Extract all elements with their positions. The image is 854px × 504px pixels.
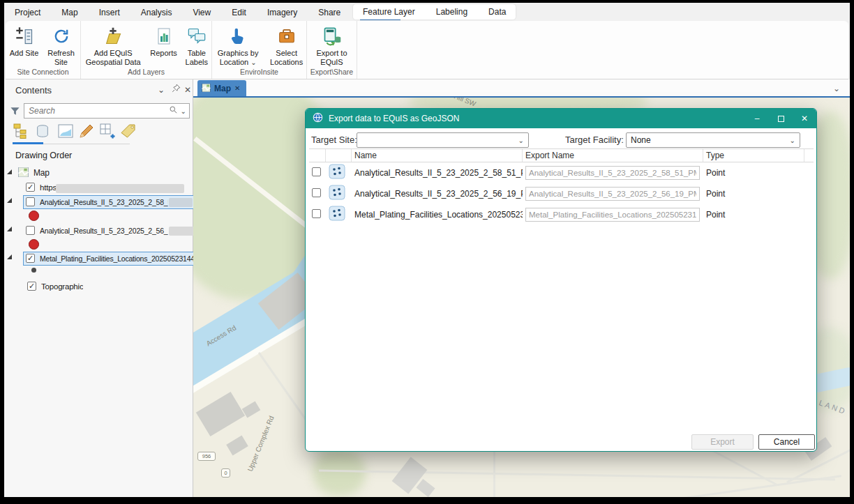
add-site-button[interactable]: Add Site — [8, 24, 41, 58]
close-button[interactable]: ✕ — [793, 109, 816, 128]
refresh-icon — [52, 25, 70, 47]
target-site-combobox[interactable]: ⌄ — [357, 132, 529, 148]
redacted-text-block — [169, 198, 193, 207]
tab-feature-layer[interactable]: Feature Layer — [363, 7, 415, 17]
menu-insert[interactable]: Insert — [98, 4, 121, 20]
ribbon: Add Site Refresh Site Site Connection Ad… — [6, 21, 848, 79]
search-input[interactable] — [24, 106, 169, 116]
menu-analysis[interactable]: Analysis — [140, 4, 174, 20]
active-toolbar-indicator — [13, 142, 43, 144]
list-by-data-source-icon[interactable] — [35, 123, 52, 139]
checkbox-metal-plating[interactable]: ✓ — [26, 254, 35, 263]
target-facility-value: None — [631, 135, 651, 145]
table-header: Name Export Name Type — [309, 148, 814, 162]
header-export-name[interactable]: Export Name — [523, 149, 703, 162]
menu-edit[interactable]: Edit — [230, 4, 248, 20]
tree-item-analytical-results-1[interactable]: Analytical_Results_II_5_23_2025_2_58_51_… — [40, 198, 168, 206]
view-tab-strip: Map ✕ ⌄ — [193, 79, 850, 98]
pin-icon[interactable] — [172, 84, 181, 95]
export-button[interactable]: Export — [691, 434, 754, 450]
search-icon[interactable] — [169, 105, 178, 117]
filter-icon[interactable] — [10, 106, 20, 119]
table-labels-button[interactable]: Table Labels — [182, 24, 211, 67]
checkbox-analytical-2[interactable] — [26, 226, 35, 235]
arcgis-pro-window: Project Map Insert Analysis View Edit Im… — [4, 3, 850, 497]
refresh-site-button[interactable]: Refresh Site — [44, 24, 79, 67]
row-checkbox[interactable] — [312, 167, 321, 176]
table-row[interactable]: Analytical_Results_II_5_23_2025_2_56_19_… — [309, 183, 814, 204]
expander-analytical-2[interactable] — [7, 227, 12, 231]
search-chevron-icon[interactable]: ⌄ — [181, 107, 186, 115]
group-label-enviroinsite: EnviroInsite — [212, 68, 306, 79]
checkbox-analytical-1[interactable] — [26, 197, 35, 206]
menu-project[interactable]: Project — [13, 4, 42, 20]
list-by-editing-icon[interactable] — [78, 123, 95, 139]
dialog-titlebar[interactable]: Export data to EQuIS as GeoJSON – ✕ — [306, 109, 816, 128]
tab-data[interactable]: Data — [488, 7, 506, 17]
menu-imagery[interactable]: Imagery — [266, 4, 299, 20]
tab-labeling[interactable]: Labeling — [436, 7, 467, 17]
expander-analytical-1[interactable] — [7, 198, 12, 203]
target-site-label: Target Site: — [311, 135, 357, 145]
labeling-tag-icon[interactable] — [120, 123, 137, 139]
map-thumbnail-icon — [18, 167, 29, 180]
checkbox-https-layer[interactable]: ✓ — [26, 183, 35, 192]
row-checkbox[interactable] — [312, 209, 321, 218]
tree-item-topographic[interactable]: Topographic — [41, 282, 83, 291]
graphics-by-location-button[interactable]: Graphics by Location ⌄ — [212, 24, 264, 67]
tree-item-metal-plating[interactable]: Metal_Plating_Facilities_Locations_20250… — [40, 254, 195, 263]
minimize-button[interactable]: – — [745, 109, 769, 128]
list-by-selection-icon[interactable] — [57, 123, 74, 139]
tree-item-map[interactable]: Map — [33, 168, 50, 178]
close-tab-icon[interactable]: ✕ — [234, 84, 240, 92]
point-layer-icon — [329, 190, 345, 202]
checkbox-topographic[interactable]: ✓ — [27, 282, 36, 291]
header-checkbox-column — [309, 149, 326, 162]
group-label-site-connection: Site Connection — [6, 68, 80, 79]
export-name-input[interactable] — [525, 166, 700, 180]
row-checkbox[interactable] — [312, 188, 321, 197]
speech-bubbles-icon — [187, 25, 207, 47]
grid-plus-icon[interactable] — [99, 123, 116, 139]
cancel-button[interactable]: Cancel — [758, 434, 815, 450]
point-symbol-red-circle[interactable] — [29, 211, 39, 221]
select-locations-button[interactable]: Select Locations — [267, 24, 306, 67]
export-name-input[interactable] — [525, 208, 700, 222]
tab-strip-chevron-icon[interactable]: ⌄ — [833, 84, 840, 93]
reports-label: Reports — [150, 49, 177, 58]
contextual-tab-group: Feature Layer Labeling Data — [353, 4, 516, 20]
graphics-by-location-label: Graphics by Location ⌄ — [212, 49, 264, 67]
maximize-button[interactable] — [769, 109, 793, 128]
point-layer-icon — [329, 169, 345, 181]
export-to-equis-label: Export to EQuIS — [312, 49, 352, 67]
add-equis-geospatial-data-button[interactable]: Add EQuIS Geospatial Data — [81, 24, 145, 67]
export-to-equis-button[interactable]: Export to EQuIS — [312, 24, 352, 67]
globe-icon — [313, 112, 323, 125]
target-facility-combobox[interactable]: None ⌄ — [626, 132, 800, 148]
tree-item-analytical-results-2[interactable]: Analytical_Results_II_5_23_2025_2_56_19_… — [40, 227, 168, 235]
expander-map[interactable] — [7, 169, 12, 174]
ribbon-group-add-layers: Add EQuIS Geospatial Data Reports Table … — [81, 21, 212, 79]
map-view-tab[interactable]: Map ✕ — [197, 80, 246, 96]
row-type: Point — [703, 210, 804, 220]
building-footprint — [416, 479, 435, 497]
menu-map[interactable]: Map — [60, 4, 79, 20]
redacted-text-block — [56, 184, 184, 193]
export-name-input[interactable] — [525, 187, 700, 201]
map-tab-icon — [202, 82, 211, 95]
point-symbol-red-circle[interactable] — [29, 239, 39, 250]
list-by-drawing-order-icon[interactable] — [13, 123, 29, 139]
table-row[interactable]: Metal_Plating_Facilities_Locations_20250… — [309, 204, 814, 225]
menu-share[interactable]: Share — [317, 4, 342, 20]
point-symbol-gray-dot[interactable] — [31, 268, 36, 273]
header-name[interactable]: Name — [352, 149, 523, 162]
reports-button[interactable]: Reports — [148, 24, 179, 58]
table-row[interactable]: Analytical_Results_II_5_23_2025_2_58_51_… — [309, 162, 814, 183]
pane-menu-chevron-icon[interactable]: ⌄ — [158, 85, 165, 95]
header-type[interactable]: Type — [703, 149, 804, 162]
redacted-text-block — [169, 227, 197, 236]
menu-view[interactable]: View — [191, 4, 212, 20]
close-pane-icon[interactable]: ✕ — [184, 85, 191, 95]
expander-metal-plating[interactable] — [7, 254, 12, 259]
table-labels-label: Table Labels — [182, 49, 211, 67]
